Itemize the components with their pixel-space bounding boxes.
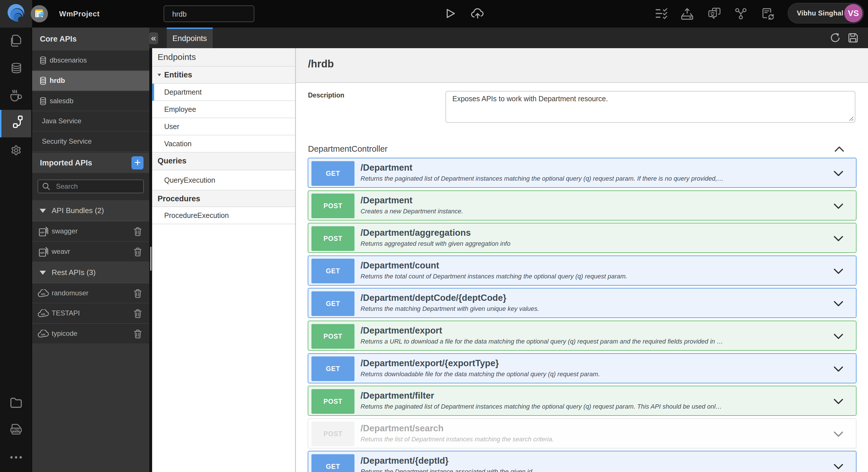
svg-text:LOG: LOG [12,429,20,432]
svg-text:API: API [40,251,44,255]
svg-text:API: API [41,313,45,316]
svg-text:API: API [41,333,45,336]
svg-text:A: A [715,8,717,12]
svg-text:API: API [41,293,45,295]
svg-text:API: API [40,231,44,234]
